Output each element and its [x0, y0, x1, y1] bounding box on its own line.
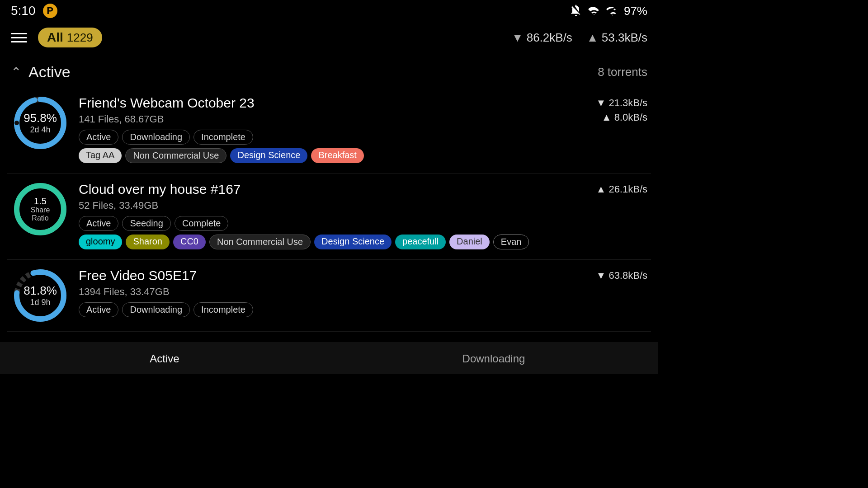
- tag-daniel[interactable]: Daniel: [449, 235, 490, 249]
- torrent-name-2: Cloud over my house #167: [79, 182, 539, 197]
- tag-incomplete-3[interactable]: Incomplete: [193, 302, 253, 317]
- donut-center-1: 95.8% 2d 4h: [24, 111, 57, 135]
- upload-speed: 53.3kB/s: [587, 31, 647, 45]
- tag-downloading-3[interactable]: Downloading: [122, 302, 190, 317]
- torrent-donut-1: 95.8% 2d 4h: [11, 94, 70, 152]
- tag-complete-2[interactable]: Complete: [175, 216, 229, 231]
- torrent-meta-2: 52 Files, 33.49GB: [79, 200, 539, 211]
- torrent-speed-1: ▼ 21.3kB/s ▲ 8.0kB/s: [548, 94, 647, 123]
- nav-active[interactable]: Active: [0, 349, 329, 369]
- torrent-info-2: Cloud over my house #167 52 Files, 33.49…: [79, 180, 539, 253]
- torrent-tags-3a: Active Downloading Incomplete: [79, 302, 539, 317]
- tag-tagaa[interactable]: Tag AA: [79, 148, 122, 163]
- donut-center-2: 1.5 Share Ratio: [31, 196, 50, 222]
- torrent-info-3: Free Video S05E17 1394 Files, 33.47GB Ac…: [79, 266, 539, 321]
- torrent-meta-1: 141 Files, 68.67GB: [79, 113, 539, 125]
- status-left: 5:10 P: [11, 4, 57, 18]
- tag-evan[interactable]: Evan: [493, 235, 529, 249]
- torrent-time-3: 1d 9h: [24, 298, 57, 308]
- torrent-meta-3: 1394 Files, 33.47GB: [79, 286, 539, 298]
- active-section-header[interactable]: ⌃ Active 8 torrents: [0, 57, 658, 87]
- section-title: Active: [28, 63, 71, 81]
- torrent-dl-speed-1: ▼ 21.3kB/s: [596, 97, 647, 109]
- bottom-nav: Active Downloading: [0, 343, 658, 374]
- tag-downloading-1[interactable]: Downloading: [122, 130, 190, 145]
- status-bar: 5:10 P 97%: [0, 0, 658, 22]
- tag-cc0[interactable]: CC0: [173, 235, 206, 249]
- nav-downloading-label: Downloading: [462, 352, 525, 365]
- torrent-tags-1b: Tag AA Non Commercial Use Design Science…: [79, 148, 539, 163]
- status-time: 5:10: [11, 4, 36, 18]
- torrent-tags-1a: Active Downloading Incomplete: [79, 130, 539, 145]
- svg-point-2: [14, 121, 19, 125]
- bell-muted-icon: [570, 5, 582, 17]
- tag-breakfast[interactable]: Breakfast: [311, 148, 363, 163]
- nav-active-label: Active: [150, 352, 179, 365]
- torrent-donut-3: 81.8% 1d 9h: [11, 266, 70, 325]
- torrent-tags-2a: Active Seeding Complete: [79, 216, 539, 231]
- share-ratio-value: 1.5: [31, 196, 50, 206]
- tag-seeding-2[interactable]: Seeding: [122, 216, 170, 231]
- tag-designscience-2[interactable]: Design Science: [314, 235, 392, 249]
- tag-designscience-1[interactable]: Design Science: [230, 148, 307, 163]
- all-label: All: [47, 30, 63, 45]
- tag-active-1[interactable]: Active: [79, 130, 118, 145]
- menu-button[interactable]: [11, 33, 27, 42]
- share-label-2: Ratio: [31, 214, 50, 222]
- torrent-ul-speed-1: ▲ 8.0kB/s: [602, 112, 647, 123]
- top-bar: All 1229 86.2kB/s 53.3kB/s: [0, 22, 658, 53]
- signal-icon: [606, 5, 618, 17]
- torrent-list: 95.8% 2d 4h Friend's Webcam October 23 1…: [0, 87, 658, 332]
- torrent-percent-1: 95.8%: [24, 111, 57, 125]
- tag-incomplete-1[interactable]: Incomplete: [193, 130, 253, 145]
- torrent-item-2[interactable]: 1.5 Share Ratio Cloud over my house #167…: [7, 174, 651, 260]
- top-bar-left: All 1229: [11, 28, 102, 47]
- share-label-1: Share: [31, 206, 50, 214]
- collapse-icon: ⌃: [11, 65, 21, 80]
- speed-indicators: 86.2kB/s 53.3kB/s: [512, 31, 647, 45]
- torrent-item-3[interactable]: 81.8% 1d 9h Free Video S05E17 1394 Files…: [7, 260, 651, 332]
- torrent-donut-2: 1.5 Share Ratio: [11, 180, 70, 239]
- tag-noncommercial-2[interactable]: Non Commercial Use: [209, 235, 311, 249]
- section-title-area: ⌃ Active: [11, 63, 71, 81]
- download-speed: 86.2kB/s: [512, 31, 572, 45]
- battery-percent: 97%: [624, 4, 647, 18]
- torrent-count: 8 torrents: [598, 65, 647, 79]
- torrent-name-3: Free Video S05E17: [79, 268, 539, 283]
- torrent-info-1: Friend's Webcam October 23 141 Files, 68…: [79, 94, 539, 167]
- nav-downloading[interactable]: Downloading: [329, 349, 658, 369]
- tag-peacefull[interactable]: peacefull: [395, 235, 446, 249]
- torrent-dl-speed-3: ▼ 63.8kB/s: [596, 270, 647, 282]
- torrent-percent-3: 81.8%: [24, 284, 57, 298]
- all-filter-badge[interactable]: All 1229: [38, 28, 102, 47]
- tag-noncommercial-1[interactable]: Non Commercial Use: [125, 148, 226, 163]
- torrent-total-count: 1229: [67, 31, 93, 45]
- torrent-time-1: 2d 4h: [24, 125, 57, 135]
- torrent-name-1: Friend's Webcam October 23: [79, 95, 539, 111]
- tag-gloomy[interactable]: gloomy: [79, 235, 122, 249]
- torrent-tags-2b: gloomy Sharon CC0 Non Commercial Use Des…: [79, 235, 539, 249]
- status-right: 97%: [570, 4, 647, 18]
- torrent-ul-speed-2: ▲ 26.1kB/s: [596, 183, 647, 195]
- torrent-speed-2: ▲ 26.1kB/s: [548, 180, 647, 195]
- tag-active-2[interactable]: Active: [79, 216, 118, 231]
- tag-sharon[interactable]: Sharon: [126, 235, 170, 249]
- plex-icon: P: [43, 4, 57, 18]
- donut-center-3: 81.8% 1d 9h: [24, 284, 57, 308]
- torrent-item[interactable]: 95.8% 2d 4h Friend's Webcam October 23 1…: [7, 87, 651, 174]
- wifi-icon: [588, 5, 600, 17]
- tag-active-3[interactable]: Active: [79, 302, 118, 317]
- torrent-speed-3: ▼ 63.8kB/s: [548, 266, 647, 282]
